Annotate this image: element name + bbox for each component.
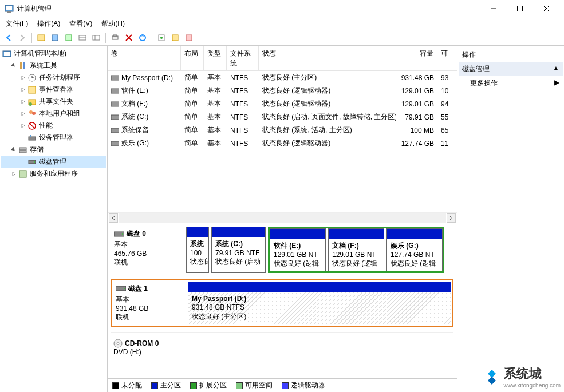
svg-rect-9 <box>66 35 72 41</box>
disk-1-row[interactable]: 磁盘 1 基本 931.48 GB 联机 My Passport (D:)931… <box>111 279 453 327</box>
volume-list-header: 卷 布局 类型 文件系统 状态 容量 可 <box>108 46 457 71</box>
scroll-right-button[interactable] <box>447 213 456 223</box>
svg-line-36 <box>29 123 35 129</box>
disk-type: 基本 <box>114 240 184 250</box>
svg-rect-24 <box>4 52 10 56</box>
svg-rect-15 <box>113 35 117 36</box>
svg-rect-38 <box>30 135 31 137</box>
tree-label: 任务计划程序 <box>39 73 80 82</box>
disk-status: 联机 <box>114 258 184 267</box>
minimize-button[interactable] <box>480 0 507 17</box>
tree-services-apps[interactable]: 服务和应用程序 <box>1 168 106 180</box>
svg-rect-8 <box>52 35 58 41</box>
actions-more[interactable]: 更多操作 ▶ <box>459 76 563 90</box>
tb-btn-4[interactable] <box>49 31 61 44</box>
svg-rect-43 <box>19 171 26 177</box>
tree-root[interactable]: 计算机管理(本地) <box>1 47 106 60</box>
tb-btn-6[interactable] <box>76 31 89 44</box>
disk-title-label: 磁盘 1 <box>128 284 148 294</box>
tb-btn-8[interactable] <box>109 31 121 44</box>
tree-local-users[interactable]: 本地用户和组 <box>1 108 106 120</box>
scroll-left-button[interactable] <box>109 213 118 223</box>
expander-icon[interactable] <box>10 62 17 69</box>
legend-primary: 主分区 <box>151 381 181 390</box>
svg-rect-22 <box>186 35 192 41</box>
volume-row[interactable]: 软件 (E:) 简单 基本 NTFS 状态良好 (逻辑驱动器) 129.01 G… <box>108 84 457 97</box>
tb-btn-7[interactable] <box>90 31 102 44</box>
svg-point-51 <box>122 233 123 235</box>
nav-forward-button[interactable] <box>16 31 29 44</box>
volume-list[interactable]: 卷 布局 类型 文件系统 状态 容量 可 My Passport (D:) 简单… <box>108 46 457 212</box>
partition-f[interactable]: 文档 (F:)129.01 GB NT状态良好 (逻辑 <box>328 228 384 271</box>
scroll-track[interactable] <box>119 213 446 223</box>
tree-disk-management[interactable]: 磁盘管理 <box>1 156 106 168</box>
volume-row[interactable]: 系统保留 简单 基本 NTFS 状态良好 (系统, 活动, 主分区) 100 M… <box>108 124 457 137</box>
legend-unallocated: 未分配 <box>112 381 142 390</box>
menu-action[interactable]: 操作(A) <box>34 18 64 30</box>
col-type[interactable]: 类型 <box>204 46 227 70</box>
menu-help[interactable]: 帮助(H) <box>98 18 128 30</box>
tree-system-tools[interactable]: 系统工具 <box>1 60 106 72</box>
col-status[interactable]: 状态 <box>259 46 396 70</box>
actions-section[interactable]: 磁盘管理 ▲ <box>459 62 563 76</box>
tb-btn-10[interactable] <box>136 31 149 44</box>
cdrom-title-label: CD-ROM 0 <box>125 339 159 347</box>
tree-shared-folders[interactable]: 共享文件夹 <box>1 96 106 108</box>
col-layout[interactable]: 布局 <box>181 46 204 70</box>
disk-map[interactable]: 磁盘 0 基本 465.76 GB 联机 系统100状态良好 (启 系统 (C:… <box>108 223 457 378</box>
col-filesystem[interactable]: 文件系统 <box>227 46 259 70</box>
col-volume[interactable]: 卷 <box>108 46 181 70</box>
watermark-url: www.xitongcheng.com <box>504 382 561 389</box>
tree-label: 磁盘管理 <box>39 157 66 167</box>
navigation-tree[interactable]: 计算机管理(本地) 系统工具 任务计划程序 事件查看器 共享文件夹 本地用户和组 <box>0 46 108 392</box>
close-button[interactable] <box>533 0 559 17</box>
volume-row[interactable]: 文档 (F:) 简单 基本 NTFS 状态良好 (逻辑驱动器) 129.01 G… <box>108 97 457 110</box>
tree-label: 性能 <box>39 121 53 130</box>
partition-reserved[interactable]: 系统100状态良好 (启 <box>186 227 209 273</box>
disk-1-info: 磁盘 1 基本 931.48 GB 联机 <box>113 282 188 324</box>
legend: 未分配 主分区 扩展分区 可用空间 逻辑驱动器 <box>108 378 457 392</box>
tree-storage[interactable]: 存储 <box>1 144 106 156</box>
menu-file[interactable]: 文件(F) <box>2 18 31 30</box>
menu-bar: 文件(F) 操作(A) 查看(V) 帮助(H) <box>0 17 564 30</box>
svg-point-20 <box>160 37 163 39</box>
horizontal-scrollbar[interactable] <box>108 212 457 223</box>
partition-e[interactable]: 软件 (E:)129.01 GB NT状态良好 (逻辑 <box>270 228 326 271</box>
partition-d[interactable]: My Passport (D:)931.48 GB NTFS状态良好 (主分区) <box>188 282 451 324</box>
tb-btn-13[interactable] <box>183 31 195 44</box>
extended-partition-group: 软件 (E:)129.01 GB NT状态良好 (逻辑 文档 (F:)129.0… <box>268 227 444 273</box>
tree-root-label: 计算机管理(本地) <box>14 49 66 58</box>
svg-rect-1 <box>6 6 12 10</box>
volume-row[interactable]: My Passport (D:) 简单 基本 NTFS 状态良好 (主分区) 9… <box>108 71 457 84</box>
svg-point-55 <box>117 342 119 345</box>
tb-btn-delete[interactable] <box>123 31 135 44</box>
tb-btn-5[interactable] <box>62 31 75 44</box>
volume-row[interactable]: 娱乐 (G:) 简单 基本 NTFS 状态良好 (逻辑驱动器) 127.74 G… <box>108 137 457 150</box>
tb-btn-11[interactable] <box>155 31 168 44</box>
tb-btn-3[interactable] <box>35 31 48 44</box>
tree-label: 本地用户和组 <box>39 109 80 118</box>
col-free[interactable]: 可 <box>437 46 453 70</box>
tb-btn-12[interactable] <box>169 31 182 44</box>
svg-point-34 <box>32 112 36 115</box>
nav-back-button[interactable] <box>2 31 15 44</box>
disk-type: 基本 <box>116 295 186 304</box>
tree-event-viewer[interactable]: 事件查看器 <box>1 84 106 96</box>
tree-label: 设备管理器 <box>39 133 73 142</box>
svg-rect-12 <box>93 35 100 40</box>
col-capacity[interactable]: 容量 <box>396 46 437 70</box>
tree-label: 系统工具 <box>30 61 57 70</box>
svg-rect-45 <box>111 89 119 93</box>
partition-g[interactable]: 娱乐 (G:)127.74 GB NT状态良好 (逻辑 <box>386 228 443 271</box>
legend-free: 可用空间 <box>236 381 273 390</box>
tree-task-scheduler[interactable]: 任务计划程序 <box>1 72 106 84</box>
disk-0-row[interactable]: 磁盘 0 基本 465.76 GB 联机 系统100状态良好 (启 系统 (C:… <box>111 226 453 274</box>
menu-view[interactable]: 查看(V) <box>66 18 96 30</box>
partition-c[interactable]: 系统 (C:)79.91 GB NTF状态良好 (启动 <box>211 227 266 273</box>
cdrom-row[interactable]: CD-ROM 0 DVD (H:) <box>111 332 453 358</box>
tree-performance[interactable]: 性能 <box>1 120 106 132</box>
tree-device-manager[interactable]: 设备管理器 <box>1 132 106 144</box>
svg-rect-44 <box>111 76 119 80</box>
volume-row[interactable]: 系统 (C:) 简单 基本 NTFS 状态良好 (启动, 页面文件, 故障转储,… <box>108 110 457 124</box>
maximize-button[interactable] <box>507 0 533 17</box>
